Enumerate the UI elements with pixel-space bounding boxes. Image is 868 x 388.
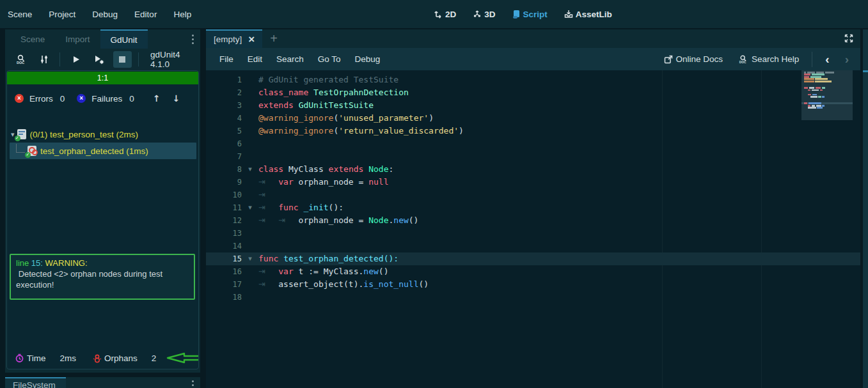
minimap-line [808,89,823,91]
script-tab-label: [empty] [214,35,242,44]
menu-file[interactable]: File [212,54,241,64]
expand-editor-button[interactable] [844,33,854,45]
menu-project[interactable]: Project [49,10,75,19]
run-tests-button[interactable] [67,51,85,68]
add-tab-button[interactable]: + [262,29,285,48]
gutter-space [242,227,258,240]
code-line: 8▾class MyClass extends Node: [206,163,860,176]
code-line: 5@warning_ignore('return_value_discarded… [206,125,860,137]
tune-sliders-icon [39,54,49,65]
warning-report-box[interactable]: line 15: WARNING: Detected <2> orphan no… [10,254,195,300]
stop-icon [119,56,125,63]
expand-icon [844,33,854,43]
mode-3d-button[interactable]: 3D [473,10,495,19]
menu-goto[interactable]: Go To [311,54,348,64]
stop-tests-button[interactable] [113,51,132,68]
mode-script-button[interactable]: Script [512,10,548,19]
fold-icon[interactable]: ▾ [242,163,258,176]
online-docs-label: Online Docs [676,54,723,64]
online-docs-button[interactable]: Online Docs [659,54,729,64]
fold-icon[interactable]: ▾ [242,201,258,214]
menu-search[interactable]: Search [269,54,311,64]
code-lines: 1# GdUnit generated TestSuite2class_name… [206,74,860,304]
debug-tests-button[interactable] [90,51,109,68]
close-icon[interactable]: × [248,34,255,45]
mode-2d-label: 2D [445,10,456,19]
code-line: 14 [206,240,860,252]
line-number: 10 [206,189,242,201]
warning-message-line2: execution! [16,279,189,290]
errors-label: Errors [29,94,53,104]
test-suite-row[interactable]: ▾ ✓ (0/1) test_person_test (2ms) [7,126,198,143]
code-line: 7 [206,150,860,163]
code-line: 15▾func test_orphan_detected(): [206,252,860,265]
minimap[interactable] [801,70,853,388]
menu-editor[interactable]: Editor [134,10,157,19]
gutter-space [242,240,258,252]
minimap-line [808,107,823,109]
tab-scene[interactable]: Scene [10,29,55,49]
minimap-line [810,96,825,98]
line-number: 9 [206,176,242,189]
mode-script-label: Script [523,10,548,19]
code-line: 9⇥var orphan_node = null [206,176,860,189]
test-case-orphan-icon: ✓ [28,146,36,156]
test-statistics-row: Time 2ms Orphans 2 [15,350,199,366]
play-icon [71,54,81,65]
settings-button[interactable] [35,51,53,68]
code-text: @warning_ignore('unused_parameter') [258,112,434,125]
gutter-space [242,265,258,278]
tab-import[interactable]: Import [55,29,100,49]
mode-2d-button[interactable]: 2D [434,10,456,19]
errors-icon: × [15,94,24,103]
gutter-space [242,291,258,304]
menu-scene[interactable]: Scene [8,10,32,19]
line-number: 12 [206,214,242,227]
code-line: 4@warning_ignore('unused_parameter') [206,112,860,125]
warning-message-line1: Detected <2> orphan nodes during test [16,268,189,279]
time-value: 2ms [60,353,77,363]
code-line: 10⇥ [206,189,860,201]
tab-gdunit[interactable]: GdUnit [100,29,148,49]
svg-text:DOC: DOC [739,61,746,64]
test-progress-bar: 1:1 [7,72,198,84]
script-tab-bar: [empty] × + [206,29,860,48]
search-help-button[interactable]: DOC Search Help [733,54,804,65]
run-overall-button[interactable]: DOC [12,51,30,68]
gutter-space [242,74,258,86]
mode-assetlib-button[interactable]: AssetLib [564,10,612,19]
tab-filesystem[interactable]: FileSystem [5,377,66,388]
code-text: ⇥⇥orphan_node = Node.new() [258,214,418,227]
code-text: extends GdUnitTestSuite [258,99,374,112]
dock-menu-icon[interactable] [192,380,194,388]
menu-help[interactable]: Help [173,10,191,19]
filesystem-dock: FileSystem [5,377,200,388]
code-text: ⇥func _init(): [258,201,343,214]
fold-icon[interactable]: ▾ [242,252,258,265]
tree-collapse-icon[interactable]: ▾ [11,130,15,139]
prev-failure-button[interactable]: ↑ [153,93,161,104]
mode-assetlib-label: AssetLib [576,10,612,19]
dock-menu-icon[interactable] [192,35,194,44]
code-editor[interactable]: 1# GdUnit generated TestSuite2class_name… [206,70,860,388]
line-number: 4 [206,112,242,125]
code-line: 12⇥⇥orphan_node = Node.new() [206,214,860,227]
code-text: class_name TestOrpahnDetection [258,86,409,99]
warning-title: line 15: WARNING: [16,258,189,268]
minimap-line [804,76,821,78]
history-forward-button[interactable]: › [840,52,854,66]
code-text: ⇥ [258,189,278,201]
next-failure-button[interactable]: ↓ [173,93,180,104]
tree-branch-line [16,144,25,153]
script-tab-empty[interactable]: [empty] × [206,29,262,48]
menu-debug[interactable]: Debug [92,10,118,19]
test-case-row[interactable]: ✓ test_orphan_detected (1ms) [10,143,196,159]
menu-script-debug[interactable]: Debug [348,54,388,64]
gutter-space [242,150,258,163]
code-text: ⇥var t := MyClass.new() [258,265,389,278]
line-number: 16 [206,265,242,278]
code-line: 11▾⇥func _init(): [206,201,860,214]
code-line: 18 [206,291,860,304]
menu-edit[interactable]: Edit [241,54,269,64]
history-back-button[interactable]: ‹ [820,52,834,66]
